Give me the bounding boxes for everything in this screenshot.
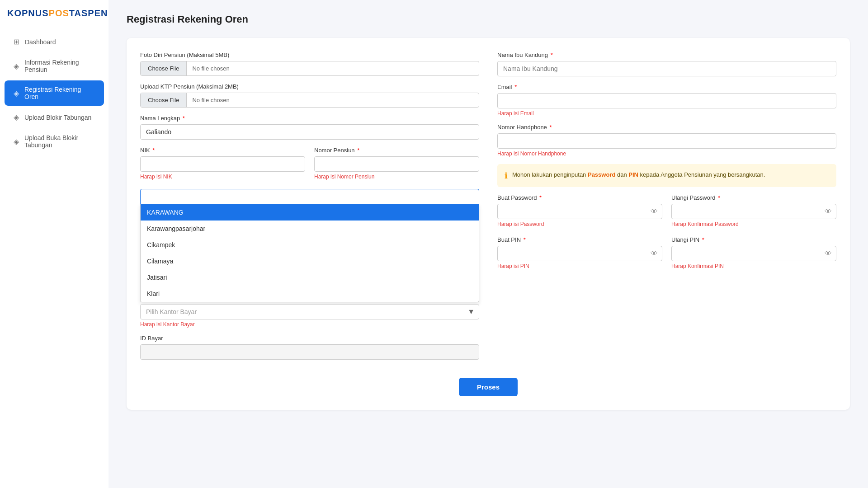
pin-row: Buat PIN * 👁 Harap isi PIN Ulangi PIN * (497, 236, 836, 277)
dropdown-item-cikampek[interactable]: Cikampek (141, 237, 479, 253)
sidebar-item-upload-blokir[interactable]: ◈ Upload Blokir Tabungan (5, 108, 104, 127)
nik-group: NIK * Harap isi NIK (140, 147, 305, 180)
sidebar-item-label: Upload Blokir Tabungan (24, 114, 91, 121)
kota-search-input[interactable] (140, 189, 479, 204)
id-bayar-input (140, 344, 479, 360)
sidebar-item-upload-buka-blokir[interactable]: ◈ Upload Buka Blokir Tabungan (5, 129, 104, 154)
nomor-hp-error: Harap isi Nomor Handphone (497, 150, 836, 157)
sidebar-item-label: Informasi Rekening Pensiun (24, 59, 95, 73)
upload-blokir-icon: ◈ (14, 113, 19, 122)
info-text: Mohon lakukan penginputan Password dan P… (512, 170, 765, 179)
kantor-bayar-group: Pilih Kantor Bayar ▼ Harap isi Kantor Ba… (140, 304, 479, 328)
registrasi-icon: ◈ (14, 89, 19, 98)
buat-pin-group: Buat PIN * 👁 Harap isi PIN (497, 236, 662, 269)
nama-lengkap-group: Nama Lengkap * (140, 115, 479, 140)
kota-dropdown-list: KARAWANG Karawangpasarjohar Cikampek Cil… (140, 204, 479, 302)
nama-ibu-input[interactable] (497, 61, 836, 76)
dropdown-item-karawang[interactable]: KARAWANG (141, 204, 479, 221)
nik-label: NIK * (140, 147, 305, 154)
buat-password-eye-icon[interactable]: 👁 (651, 207, 658, 216)
proses-button[interactable]: Proses (459, 378, 518, 396)
email-input[interactable] (497, 93, 836, 108)
logo-kopnus: KOPNUS (7, 8, 49, 18)
nomor-pensiun-label: Nomor Pensiun * (314, 147, 479, 154)
ulangi-pin-wrapper: 👁 (671, 246, 836, 261)
ulangi-pin-group: Ulangi PIN * 👁 Harap Konfirmasi PIN (671, 236, 836, 269)
buat-password-wrapper: 👁 (497, 204, 662, 219)
nik-input[interactable] (140, 156, 305, 172)
info-icon: ℹ (505, 171, 508, 181)
nomor-hp-group: Nomor Handphone * Harap isi Nomor Handph… (497, 124, 836, 157)
foto-diri-file-wrapper: Choose File No file chosen (140, 61, 479, 76)
ulangi-pin-error: Harap Konfirmasi PIN (671, 263, 836, 269)
ulangi-pin-input[interactable] (671, 246, 836, 261)
upload-buka-icon: ◈ (14, 137, 19, 146)
buat-password-group: Buat Password * 👁 Harap isi Password (497, 194, 662, 227)
buat-password-error: Harap isi Password (497, 221, 662, 227)
foto-diri-filename: No file chosen (187, 61, 479, 75)
form-right-col: Nama Ibu Kandung * Email * Harap isi Ema… (497, 52, 836, 367)
logo-pos: POS (49, 8, 69, 18)
nomor-pensiun-input[interactable] (314, 156, 479, 172)
form-container: Foto Diri Pensiun (Maksimal 5MB) Choose … (127, 38, 850, 410)
password-row: Buat Password * 👁 Harap isi Password Ula… (497, 194, 836, 235)
upload-ktp-label: Upload KTP Pensiun (Maksimal 2MB) (140, 83, 479, 90)
ulangi-pin-label: Ulangi PIN * (671, 236, 836, 243)
dashboard-icon: ⊞ (14, 38, 19, 46)
foto-diri-label: Foto Diri Pensiun (Maksimal 5MB) (140, 52, 479, 58)
info-rekening-icon: ◈ (14, 62, 19, 70)
nama-ibu-group: Nama Ibu Kandung * (497, 52, 836, 76)
sidebar-item-label: Dashboard (25, 38, 56, 46)
dropdown-item-jatisari[interactable]: Jatisari (141, 269, 479, 286)
email-error: Harap isi Email (497, 110, 836, 117)
foto-diri-choose-btn[interactable]: Choose File (141, 61, 187, 75)
buat-password-input[interactable] (497, 204, 662, 219)
nik-error: Harap isi NIK (140, 174, 305, 180)
kantor-bayar-wrapper: Pilih Kantor Bayar ▼ (140, 304, 479, 319)
kota-dropdown-group: KARAWANG Karawangpasarjohar Cikampek Cil… (140, 189, 479, 302)
email-label: Email * (497, 84, 836, 90)
buat-pin-error: Harap isi PIN (497, 263, 662, 269)
nama-lengkap-input[interactable] (140, 124, 479, 140)
ulangi-password-eye-icon[interactable]: 👁 (825, 207, 832, 216)
buat-pin-label: Buat PIN * (497, 236, 662, 243)
id-bayar-label: ID Bayar (140, 335, 479, 342)
nomor-pensiun-error: Harap isi Nomor Pensiun (314, 174, 479, 180)
email-group: Email * Harap isi Email (497, 84, 836, 117)
form-row-uploads: Foto Diri Pensiun (Maksimal 5MB) Choose … (140, 52, 836, 367)
upload-ktp-file-wrapper: Choose File No file chosen (140, 93, 479, 108)
id-bayar-group: ID Bayar (140, 335, 479, 360)
kantor-bayar-error: Harap isi Kantor Bayar (140, 321, 479, 328)
ulangi-password-input[interactable] (671, 204, 836, 219)
dropdown-item-klari[interactable]: Klari (141, 286, 479, 302)
nama-lengkap-label: Nama Lengkap * (140, 115, 479, 122)
nomor-pensiun-group: Nomor Pensiun * Harap isi Nomor Pensiun (314, 147, 479, 180)
sidebar-item-label: Upload Buka Blokir Tabungan (24, 134, 95, 149)
ulangi-pin-eye-icon[interactable]: 👁 (825, 249, 832, 258)
ulangi-password-error: Harap Konfirmasi Password (671, 221, 836, 227)
sidebar: KOPNUSPOSTASPEN ⊞ Dashboard ◈ Informasi … (0, 0, 108, 488)
ulangi-password-label: Ulangi Password * (671, 194, 836, 201)
nomor-hp-input[interactable] (497, 133, 836, 149)
sidebar-item-registrasi-oren[interactable]: ◈ Registrasi Rekening Oren (5, 80, 104, 106)
buat-pin-eye-icon[interactable]: 👁 (651, 249, 658, 258)
buat-pin-input[interactable] (497, 246, 662, 261)
dropdown-item-karawangpasarjohar[interactable]: Karawangpasarjohar (141, 221, 479, 237)
buat-pin-wrapper: 👁 (497, 246, 662, 261)
sidebar-nav: ⊞ Dashboard ◈ Informasi Rekening Pensiun… (0, 27, 108, 160)
sidebar-item-informasi-rekening[interactable]: ◈ Informasi Rekening Pensiun (5, 53, 104, 79)
upload-ktp-group: Upload KTP Pensiun (Maksimal 2MB) Choose… (140, 83, 479, 108)
logo-taspen: TASPEN (69, 8, 108, 18)
main-content: Registrasi Rekening Oren Foto Diri Pensi… (108, 0, 868, 488)
nomor-hp-label: Nomor Handphone * (497, 124, 836, 131)
sidebar-item-dashboard[interactable]: ⊞ Dashboard (5, 32, 104, 52)
kantor-bayar-select[interactable]: Pilih Kantor Bayar (140, 304, 479, 319)
foto-diri-group: Foto Diri Pensiun (Maksimal 5MB) Choose … (140, 52, 479, 76)
info-box: ℹ Mohon lakukan penginputan Password dan… (497, 164, 836, 187)
upload-ktp-choose-btn[interactable]: Choose File (141, 93, 187, 107)
ulangi-password-group: Ulangi Password * 👁 Harap Konfirmasi Pas… (671, 194, 836, 227)
dropdown-item-cilamaya[interactable]: Cilamaya (141, 253, 479, 269)
ulangi-password-wrapper: 👁 (671, 204, 836, 219)
upload-ktp-filename: No file chosen (187, 93, 479, 107)
nik-pensiun-row: NIK * Harap isi NIK Nomor Pensiun * Hara… (140, 147, 479, 187)
